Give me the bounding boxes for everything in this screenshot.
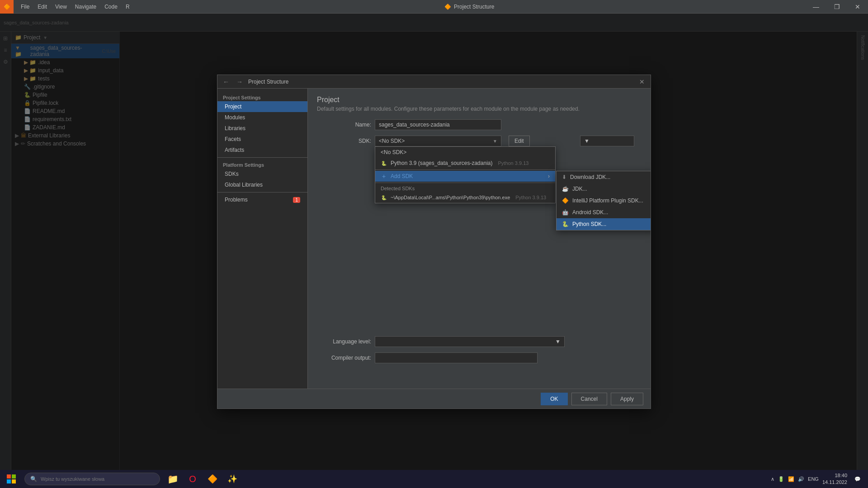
intellij-label: IntelliJ Platform Plugin SDK... (572, 197, 643, 204)
plus-icon: + (381, 173, 387, 179)
nav-item-global-libraries[interactable]: Global Libraries (217, 179, 307, 190)
close-button[interactable]: ✕ (847, 0, 868, 14)
dialog-title-bar: ← → Project Structure ✕ (217, 75, 651, 89)
taskbar-notification-icon[interactable]: 💬 (851, 472, 864, 486)
ok-button[interactable]: OK (541, 393, 567, 405)
taskbar-clock[interactable]: 18:40 14.11.2022 (822, 472, 847, 486)
detected-sdk-version: Python 3.9.13 (515, 195, 546, 200)
dialog-footer: OK Cancel Apply (217, 389, 651, 408)
nav-item-sdks[interactable]: SDKs (217, 169, 307, 179)
detected-python-icon: 🐍 (381, 194, 387, 201)
svg-rect-2 (7, 479, 11, 483)
taskbar-apps: 📁 O 🔶 ✨ (164, 470, 241, 488)
dialog-overlay: ← → Project Structure ✕ Project Settings… (0, 14, 868, 470)
svg-rect-3 (12, 479, 16, 483)
sdk-popup-separator-1 (375, 169, 555, 170)
dialog-back-button[interactable]: ← (221, 77, 231, 87)
menu-navigate[interactable]: Navigate (71, 2, 100, 12)
taskbar-app-opera[interactable]: O (184, 470, 202, 488)
name-input[interactable] (375, 119, 501, 130)
dialog-body: Project Settings Project Modules Librari… (217, 89, 651, 389)
dialog-forward-button[interactable]: → (235, 77, 245, 87)
taskbar-tray: ∧ 🔋 📶 🔊 ENG 18:40 14.11.2022 💬 (771, 472, 868, 486)
submenu-android-sdk[interactable]: 🤖 Android SDK... (557, 206, 651, 218)
language-dropdown-wrapper: ▼ (580, 136, 634, 146)
compiler-output-label: Compiler output: (317, 355, 371, 361)
detected-sdks-label: Detected SDKs (375, 184, 555, 192)
compiler-output-input[interactable] (375, 352, 538, 363)
detected-sdk-python39[interactable]: 🐍 ~\AppData\Local\P...ams\Python\Python3… (375, 192, 555, 203)
maximize-button[interactable]: ❐ (826, 0, 847, 14)
add-sdk-item[interactable]: + Add SDK › (375, 171, 555, 182)
submenu-python-sdk[interactable]: 🐍 Python SDK... (557, 218, 651, 230)
taskbar-app-jetbrains[interactable]: 🔶 (203, 470, 222, 488)
submenu-jdk[interactable]: ☕ JDK... (557, 183, 651, 195)
menu-edit[interactable]: Edit (34, 2, 51, 12)
python-sdk-version: Python 3.9.13 (498, 160, 528, 166)
tray-expand-icon[interactable]: ∧ (771, 476, 774, 482)
menu-code[interactable]: Code (101, 2, 121, 12)
jdk-icon: ☕ (562, 186, 569, 192)
sdk-option-python39[interactable]: 🐍 Python 3.9 (sages_data_sources-zadania… (375, 158, 555, 169)
nav-item-problems[interactable]: Problems 1 (217, 194, 307, 205)
project-structure-dialog: ← → Project Structure ✕ Project Settings… (217, 75, 651, 409)
taskbar-search-input[interactable] (41, 476, 131, 482)
intellij-icon: 🔶 (562, 197, 569, 204)
problems-count-badge: 1 (293, 197, 300, 203)
android-icon: 🤖 (562, 209, 569, 216)
dialog-close-button[interactable]: ✕ (637, 77, 647, 87)
nav-item-libraries[interactable]: Libraries (217, 123, 307, 134)
edit-sdk-button[interactable]: Edit (509, 136, 530, 146)
add-sdk-submenu: ⬇ Download JDK... ☕ JDK... 🔶 (556, 171, 651, 230)
cancel-button[interactable]: Cancel (571, 393, 607, 405)
window-controls: — ❐ ✕ (806, 0, 868, 14)
sdk-popup: <No SDK> 🐍 Python 3.9 (sages_data_source… (375, 146, 556, 203)
taskbar-app-explorer[interactable]: 📁 (164, 470, 182, 488)
language-level-dropdown[interactable]: ▼ (580, 136, 634, 146)
menu-file[interactable]: File (17, 2, 33, 12)
search-icon: 🔍 (30, 476, 37, 482)
android-label: Android SDK... (572, 209, 608, 216)
taskbar-search-box[interactable]: 🔍 (24, 473, 160, 485)
minimize-button[interactable]: — (806, 0, 826, 14)
taskbar-app-other[interactable]: ✨ (223, 470, 241, 488)
platform-settings-section-label: Platform Settings (217, 160, 307, 169)
project-settings-section-label: Project Settings (217, 92, 307, 101)
sdk-option-no-sdk[interactable]: <No SDK> (375, 147, 555, 158)
sdk-dropdown-arrow-icon: ▼ (493, 139, 497, 144)
python-sdk-menu-label: Python SDK... (572, 221, 606, 227)
dialog-title-bar-left: ← → Project Structure (221, 77, 288, 87)
tray-language[interactable]: ENG (808, 476, 819, 482)
download-jdk-label: Download JDK... (570, 174, 610, 180)
language-level-dropdown-main[interactable]: ▼ (375, 336, 565, 347)
python-icon: 🐍 (381, 160, 387, 166)
compiler-output-form-row: Compiler output: (317, 352, 642, 363)
dialog-title-text: Project Structure (248, 79, 288, 85)
add-sdk-label: Add SDK (391, 173, 413, 179)
taskbar-start-button[interactable] (0, 470, 23, 488)
tray-wifi-icon: 📶 (788, 476, 794, 482)
content-subtitle: Default settings for all modules. Config… (317, 106, 642, 112)
nav-separator-2 (217, 192, 307, 192)
add-sdk-arrow-icon: › (548, 173, 550, 179)
python-sdk-icon: 🐍 (562, 221, 569, 227)
language-level-label: Language level: (317, 338, 371, 345)
sdk-dropdown[interactable]: <No SDK> ▼ (375, 136, 501, 146)
no-sdk-label: <No SDK> (381, 149, 406, 155)
taskbar-time-display: 18:40 (822, 472, 847, 479)
menu-r[interactable]: R (122, 2, 133, 12)
sdk-form-row: SDK: <No SDK> ▼ <No SDK> 🐍 (317, 136, 642, 146)
submenu-download-jdk[interactable]: ⬇ Download JDK... (557, 171, 651, 183)
nav-item-facets[interactable]: Facets (217, 134, 307, 145)
svg-rect-0 (7, 474, 11, 479)
menu-view[interactable]: View (52, 2, 71, 12)
apply-button[interactable]: Apply (611, 393, 643, 405)
svg-rect-1 (12, 474, 16, 479)
top-menu-bar: 🔶 File Edit View Navigate Code R 🔶 Proje… (0, 0, 868, 14)
language-dropdown-arrow: ▼ (584, 138, 590, 144)
submenu-intellij-sdk[interactable]: 🔶 IntelliJ Platform Plugin SDK... (557, 195, 651, 206)
nav-item-modules[interactable]: Modules (217, 112, 307, 123)
windows-logo-icon (7, 474, 16, 483)
nav-item-artifacts[interactable]: Artifacts (217, 145, 307, 155)
nav-item-project[interactable]: Project (217, 101, 307, 112)
